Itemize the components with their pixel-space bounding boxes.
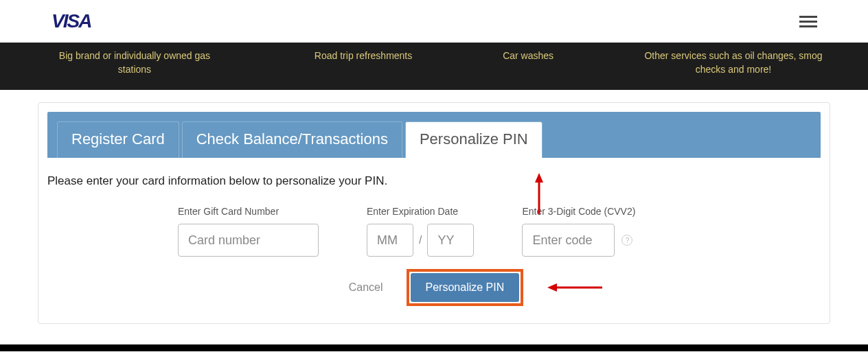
expiration-group: Enter Expiration Date / — [367, 206, 474, 257]
cvv-group: Enter 3-Digit Code (CVV2) ? — [522, 206, 635, 257]
card-number-label: Enter Gift Card Number — [178, 206, 319, 217]
annotation-arrow-left-icon — [547, 281, 602, 294]
feature-strip: Big brand or individually owned gas stat… — [0, 43, 868, 90]
card-number-input[interactable] — [178, 224, 319, 257]
page-header: VISA — [0, 0, 868, 43]
expiration-label: Enter Expiration Date — [367, 206, 474, 217]
svg-marker-1 — [547, 283, 557, 292]
cvv-input[interactable] — [522, 224, 615, 257]
menu-button[interactable] — [797, 13, 820, 30]
feature-text: Road trip refreshments — [315, 49, 412, 76]
tab-check-balance[interactable]: Check Balance/Transactions — [182, 121, 402, 158]
personalize-pin-button[interactable]: Personalize PIN — [411, 273, 520, 302]
date-separator: / — [419, 234, 422, 246]
footer-bar — [0, 344, 868, 351]
month-input[interactable] — [367, 224, 413, 257]
feature-text: Other services such as oil changes, smog… — [644, 49, 823, 76]
tab-bar: Register Card Check Balance/Transactions… — [47, 112, 821, 158]
feature-text: Car washes — [503, 49, 553, 76]
cancel-button[interactable]: Cancel — [349, 281, 383, 294]
form-instruction: Please enter your card information below… — [47, 174, 821, 188]
tab-content: Please enter your card information below… — [47, 158, 821, 314]
card-panel: Register Card Check Balance/Transactions… — [38, 102, 830, 324]
cvv-label: Enter 3-Digit Code (CVV2) — [522, 206, 635, 217]
help-icon[interactable]: ? — [621, 235, 632, 246]
visa-logo: VISA — [52, 10, 91, 32]
card-number-group: Enter Gift Card Number — [178, 206, 319, 257]
year-input[interactable] — [427, 224, 474, 257]
feature-text: Big brand or individually owned gas stat… — [45, 49, 224, 76]
tab-personalize-pin[interactable]: Personalize PIN — [405, 121, 542, 158]
tab-register-card[interactable]: Register Card — [57, 121, 179, 158]
